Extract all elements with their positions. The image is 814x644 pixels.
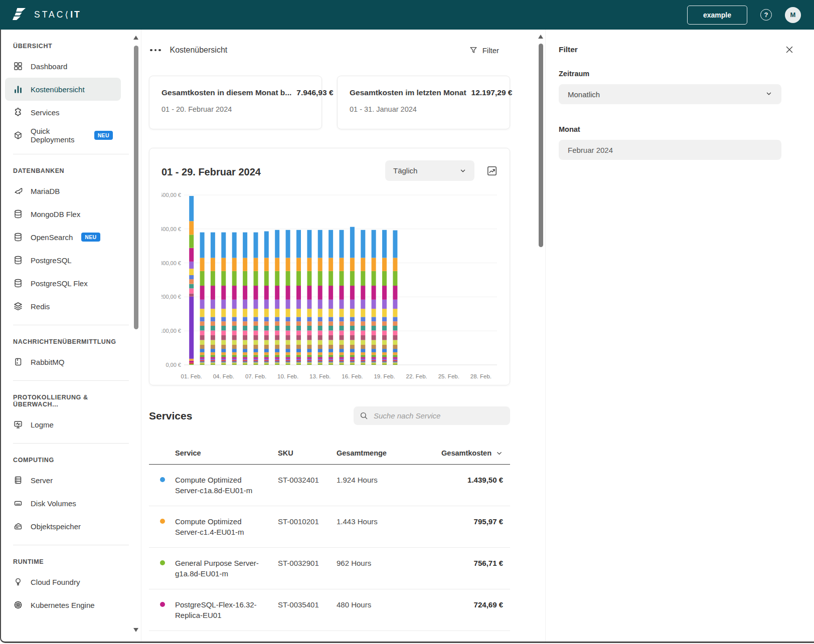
sidebar-section-label-protokollierung-berwach: PROTOKOLLIERUNG & ÜBERWACH...: [1, 391, 141, 413]
line-chart-view-button[interactable]: [486, 165, 498, 176]
scroll-up-arrow-icon[interactable]: [133, 36, 138, 40]
stackit-logo[interactable]: STAC⟨IT: [12, 8, 81, 23]
chart-bar-day-15[interactable]: [340, 230, 344, 365]
sidebar-item-label: RabbitMQ: [31, 358, 65, 366]
sidebar-item-opensearch[interactable]: OpenSearchNEU: [5, 226, 121, 249]
svg-text:28. Feb.: 28. Feb.: [470, 373, 492, 379]
stackit-portal: STAC⟨IT example ? M ÜBERSICHTDashboardKo…: [0, 0, 814, 644]
filter-button[interactable]: Filter: [466, 45, 502, 55]
sidebar-item-server[interactable]: Server: [5, 469, 121, 492]
chart-bar-day-12[interactable]: [307, 230, 311, 365]
sidebar-item-label: Kostenübersicht: [31, 85, 85, 94]
service-sku: ST-0010201: [278, 516, 337, 527]
chart-bar-day-6[interactable]: [243, 233, 247, 365]
svg-text:400,00 €: 400,00 €: [161, 226, 181, 232]
chart-bar-day-17[interactable]: [361, 230, 365, 365]
chart-bar-day-18[interactable]: [372, 230, 376, 365]
sidebar-item-dashboard[interactable]: Dashboard: [5, 55, 121, 78]
scroll-up-arrow-icon[interactable]: [538, 35, 543, 39]
puzzle-icon: [13, 107, 23, 117]
chart-bar-day-14[interactable]: [329, 230, 333, 365]
service-sku: ST-0032401: [278, 475, 337, 485]
close-icon[interactable]: [784, 45, 794, 55]
svg-text:19. Feb.: 19. Feb.: [374, 373, 395, 379]
sidebar-item-postgresql[interactable]: PostgreSQL: [5, 249, 121, 272]
database-icon: [13, 232, 23, 242]
sidebar-scrollbar[interactable]: [133, 33, 139, 637]
service-search[interactable]: [354, 406, 510, 425]
bar-chart-icon: [13, 84, 23, 94]
table-row-postgresql-flex-16-32-replica-eu01: PostgreSQL-Flex-16.32-Replica-EU01 ST-00…: [149, 589, 510, 631]
project-button[interactable]: example: [687, 6, 747, 25]
sidebar-divider: [13, 325, 129, 325]
sidebar-item-redis[interactable]: Redis: [5, 295, 121, 318]
chart-bar-day-11[interactable]: [296, 230, 301, 365]
sidebar-scrollbar-thumb[interactable]: [134, 46, 138, 329]
chart-bar-day-2[interactable]: [200, 233, 205, 365]
sidebar-section-label-computing: COMPUTING: [1, 454, 141, 469]
chart-bar-day-3[interactable]: [211, 233, 215, 365]
scroll-down-arrow-icon[interactable]: [133, 628, 138, 632]
chart-bar-day-20[interactable]: [393, 231, 397, 365]
column-header-gesamtkosten[interactable]: Gesamtkosten: [417, 449, 510, 457]
neu-badge: NEU: [81, 233, 100, 242]
sidebar-item-label: MariaDB: [31, 187, 60, 195]
chart-bar-day-4[interactable]: [221, 233, 226, 365]
chart-bar-day-13[interactable]: [318, 230, 322, 365]
sidebar-item-objektspeicher[interactable]: Objektspeicher: [5, 515, 121, 538]
object-storage-icon: [13, 521, 23, 531]
content-scrollbar[interactable]: [538, 32, 544, 641]
sidebar-item-mariadb[interactable]: MariaDB: [5, 179, 121, 202]
avatar[interactable]: M: [785, 7, 801, 23]
filter-panel: Filter Zeitraum Monatlich Monat Februar …: [545, 30, 814, 641]
svg-text:10. Feb.: 10. Feb.: [277, 373, 298, 379]
sidebar-item-mongodb-flex[interactable]: MongoDB Flex: [5, 202, 121, 226]
sidebar-item-logme[interactable]: Logme: [5, 413, 121, 436]
sidebar-item-services[interactable]: Services: [5, 101, 121, 124]
layers-icon: [13, 301, 23, 311]
column-header-service: Service: [175, 449, 278, 457]
sidebar-item-postgresql-flex[interactable]: PostgreSQL Flex: [5, 272, 121, 295]
service-name: General Purpose Server-g1a.8d-EU01-m: [175, 558, 278, 579]
chart-bar-day-10[interactable]: [286, 230, 290, 365]
breadcrumb-menu-button[interactable]: [149, 47, 162, 54]
database-icon: [13, 255, 23, 265]
sidebar-item-disk-volumes[interactable]: Disk Volumes: [5, 492, 121, 515]
monitor-pulse-icon: [13, 419, 23, 430]
monat-input[interactable]: Februar 2024: [559, 140, 781, 160]
sidebar-item-label: Services: [31, 108, 60, 117]
service-quantity: 1.443 Hours: [337, 516, 417, 527]
svg-text:16. Feb.: 16. Feb.: [342, 373, 363, 379]
sidebar-item-rabbitmq[interactable]: RabbitMQ: [5, 350, 121, 373]
chart-bar-day-1[interactable]: [189, 196, 194, 365]
chevron-down-icon: [765, 90, 772, 99]
sidebar-item-kosten-bersicht[interactable]: Kostenübersicht: [5, 78, 121, 101]
chart-bar-day-8[interactable]: [264, 232, 269, 365]
service-cost: 724,69 €: [417, 599, 510, 610]
interval-select[interactable]: Täglich: [385, 160, 474, 181]
sidebar-item-cloud-foundry[interactable]: Cloud Foundry: [5, 570, 121, 593]
service-color-dot: [160, 602, 165, 607]
chart-bar-day-9[interactable]: [275, 230, 279, 365]
chart-bar-day-16[interactable]: [350, 227, 355, 365]
svg-text:07. Feb.: 07. Feb.: [245, 373, 266, 379]
dashboard-icon: [13, 61, 23, 71]
cost-bar-chart: 0,00 €100,00 €200,00 €300,00 €400,00 €50…: [161, 186, 498, 384]
sidebar-divider: [13, 443, 129, 444]
topbar-actions: example ? M: [687, 6, 801, 25]
search-input[interactable]: [373, 411, 504, 420]
chart-bar-day-19[interactable]: [382, 230, 387, 365]
sidebar-item-kubernetes-engine[interactable]: Kubernetes Engine: [5, 593, 121, 616]
filter-button-label: Filter: [482, 46, 499, 55]
help-icon[interactable]: ?: [760, 9, 772, 21]
chart-bar-day-7[interactable]: [254, 233, 258, 365]
chart-bar-day-5[interactable]: [232, 233, 237, 365]
content-scrollbar-thumb[interactable]: [539, 44, 543, 247]
zeitraum-select[interactable]: Monatlich: [559, 84, 781, 104]
sidebar-divider: [13, 154, 129, 154]
sidebar-item-quick-deployments[interactable]: Quick DeploymentsNEU: [5, 124, 121, 147]
svg-text:0,00 €: 0,00 €: [166, 362, 181, 368]
svg-text:01. Feb.: 01. Feb.: [181, 373, 202, 379]
cost-chart-card: 01 - 29. Februar 2024 Täglich 0,0: [149, 148, 510, 385]
card-title: Gesamtkosten in diesem Monat b...: [161, 88, 291, 97]
